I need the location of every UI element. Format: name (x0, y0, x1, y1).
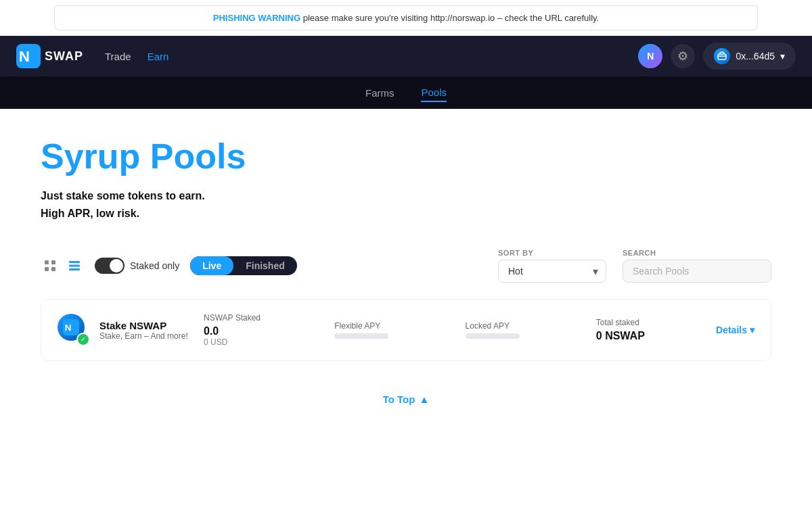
pool-locked-apy: Locked APY (455, 321, 585, 339)
to-top-button[interactable]: To Top ▲ (383, 394, 430, 405)
finished-button[interactable]: Finished (233, 256, 297, 275)
phishing-message: please make sure you're visiting http://… (303, 13, 599, 23)
nav-avatar[interactable]: N (638, 44, 662, 68)
nav-right: N ⚙ 0x...64d5 ▾ (638, 43, 796, 70)
nav-left: N SWAP Trade Earn (16, 44, 168, 68)
to-top-area: To Top ▲ (41, 383, 771, 416)
grid-view-icon[interactable] (41, 256, 60, 275)
staked-value: 0.0 (204, 325, 313, 337)
svg-rect-8 (69, 265, 80, 267)
svg-rect-9 (69, 268, 80, 270)
wallet-address: 0x...64d5 (736, 51, 775, 62)
toggle-knob (110, 259, 123, 272)
phishing-warning-label: PHISHING WARNING (213, 13, 300, 23)
sub-nav: Farms Pools (0, 76, 812, 109)
to-top-label: To Top (383, 394, 415, 405)
pool-icon-area: N ✓ Stake NSWAP Stake, Earn – And more! (58, 314, 193, 346)
svg-text:N: N (65, 323, 72, 333)
staked-usd: 0 USD (204, 337, 313, 347)
pool-staked-stat: NSWAP Staked 0.0 0 USD (193, 313, 323, 347)
nav-links: Trade Earn (105, 51, 168, 62)
pools-container: N ✓ Stake NSWAP Stake, Earn – And more! … (41, 299, 771, 361)
filter-left: Staked only Live Finished (41, 256, 297, 275)
sort-group: SORT BY Hot APR Earned Total staked Late… (498, 249, 606, 283)
main-content: Syrup Pools Just stake some tokens to ea… (0, 109, 812, 522)
pool-flexible-apy: Flexible APY (323, 321, 454, 339)
staked-only-toggle[interactable] (95, 258, 125, 274)
search-group: SEARCH (623, 249, 771, 283)
wallet-icon (714, 48, 730, 64)
wallet-button[interactable]: 0x...64d5 ▾ (703, 43, 796, 70)
sort-wrapper: Hot APR Earned Total staked Latest ▾ (498, 260, 606, 283)
list-view-icon[interactable] (65, 256, 84, 275)
pool-name: Stake NSWAP (99, 320, 188, 331)
svg-rect-5 (45, 267, 49, 271)
search-label: SEARCH (623, 249, 771, 257)
filter-right: SORT BY Hot APR Earned Total staked Late… (498, 249, 771, 283)
search-input[interactable] (623, 260, 771, 283)
phishing-bar: PHISHING WARNING please make sure you're… (54, 5, 758, 30)
logo[interactable]: N SWAP (16, 44, 83, 68)
sub-nav-pools[interactable]: Pools (421, 84, 447, 102)
subtitle-line1: Just stake some tokens to earn. (41, 187, 771, 205)
svg-rect-7 (69, 261, 80, 263)
pool-logo-badge: ✓ (76, 333, 90, 346)
flexible-apy-label: Flexible APY (334, 321, 443, 331)
svg-rect-6 (51, 267, 55, 271)
sub-nav-farms[interactable]: Farms (365, 85, 394, 101)
nav-link-trade[interactable]: Trade (105, 51, 131, 62)
pool-logo: N ✓ (58, 314, 90, 346)
details-label: Details (716, 325, 747, 335)
nswap-logo-svg: N (63, 319, 79, 335)
top-nav: N SWAP Trade Earn N ⚙ 0x...64d5 ▾ (0, 36, 812, 76)
logo-icon: N (16, 44, 41, 68)
live-finished-toggle: Live Finished (190, 256, 297, 275)
subtitle-line2: High APR, low risk. (41, 205, 771, 222)
sort-by-label: SORT BY (498, 249, 606, 257)
pool-details-button[interactable]: Details ▾ (716, 325, 754, 335)
total-staked-value: 0 NSWAP (596, 330, 705, 342)
live-button[interactable]: Live (190, 256, 233, 275)
svg-rect-4 (51, 260, 55, 264)
svg-rect-2 (718, 54, 726, 60)
details-chevron-icon: ▾ (750, 325, 754, 335)
staked-only-label: Staked only (130, 260, 179, 271)
locked-apy-bar (466, 333, 520, 339)
sort-select[interactable]: Hot APR Earned Total staked Latest (498, 260, 606, 283)
pool-info: Stake NSWAP Stake, Earn – And more! (99, 320, 188, 341)
nav-link-earn[interactable]: Earn (148, 51, 169, 62)
pool-description: Stake, Earn – And more! (99, 331, 188, 341)
flexible-apy-bar (334, 333, 388, 339)
total-staked-label: Total staked (596, 318, 705, 327)
locked-apy-label: Locked APY (466, 321, 574, 331)
to-top-arrow-icon: ▲ (419, 394, 429, 405)
view-icons (41, 256, 84, 275)
svg-rect-3 (45, 260, 49, 264)
settings-icon[interactable]: ⚙ (671, 44, 695, 68)
staked-label: NSWAP Staked (204, 313, 313, 323)
page-subtitle: Just stake some tokens to earn. High APR… (41, 187, 771, 222)
table-row: N ✓ Stake NSWAP Stake, Earn – And more! … (41, 300, 771, 360)
filter-row: Staked only Live Finished SORT BY Hot AP… (41, 249, 771, 283)
page-title: Syrup Pools (41, 136, 771, 176)
pool-total-staked: Total staked 0 NSWAP (585, 318, 716, 342)
svg-text:N: N (19, 48, 30, 65)
logo-text: SWAP (45, 49, 83, 64)
wallet-dropdown-icon: ▾ (780, 51, 785, 62)
staked-only-toggle-wrapper: Staked only (95, 258, 179, 274)
